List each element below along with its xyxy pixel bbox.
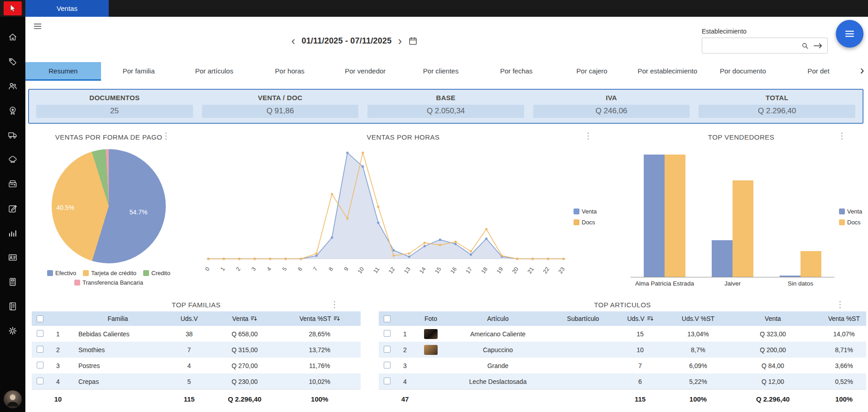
users-icon <box>8 81 18 91</box>
menu-fab[interactable] <box>836 20 863 48</box>
sidebar-item-calculator[interactable] <box>0 270 25 294</box>
sidebar-item-id-card[interactable] <box>0 245 25 270</box>
cell-articulo: Grande <box>447 362 549 369</box>
pie-value-label: 54.7% <box>130 208 148 216</box>
sidebar-item-users[interactable] <box>0 74 25 98</box>
kebab-menu-icon[interactable]: ⋮ <box>836 300 844 309</box>
header-uds-v[interactable]: Uds.V <box>617 315 663 322</box>
sidebar-item-tag[interactable] <box>0 49 25 74</box>
legend-credito[interactable]: Credito <box>143 270 170 276</box>
tab-por-familia[interactable]: Por familia <box>101 62 177 81</box>
row-checkbox[interactable] <box>37 346 43 353</box>
venta-bar[interactable] <box>712 240 733 277</box>
search-icon[interactable] <box>801 42 809 50</box>
tab-resumen[interactable]: Resumen <box>25 62 101 81</box>
row-checkbox[interactable] <box>384 330 391 337</box>
submit-arrow-icon[interactable] <box>813 42 823 50</box>
tab-por-fechas[interactable]: Por fechas <box>478 62 554 81</box>
legend-venta[interactable]: Venta <box>839 208 862 215</box>
calculator-icon <box>8 277 18 287</box>
docs-bar[interactable] <box>733 180 753 277</box>
tab-por-clientes[interactable]: Por clientes <box>403 62 479 81</box>
x-axis-label: 13 <box>403 266 411 275</box>
date-range-label[interactable]: 01/11/2025 - 07/11/2025 <box>302 36 392 46</box>
select-all-checkbox[interactable] <box>37 315 43 322</box>
kebab-menu-icon[interactable]: ⋮ <box>584 131 593 140</box>
tab-por-vendedor[interactable]: Por vendedor <box>328 62 403 81</box>
hours-chart[interactable]: 01234567891011121314151617181920212223 <box>201 145 569 294</box>
tabs-overflow-icon[interactable]: › <box>856 64 868 78</box>
legend-docs[interactable]: Docs <box>839 219 862 226</box>
legend-transferencia-bancaria[interactable]: Transferencia Bancaria <box>74 279 143 286</box>
user-avatar[interactable] <box>4 390 22 408</box>
sidebar-item-star-badge[interactable] <box>0 98 25 123</box>
kpi-iva: IVAQ 246,06 <box>529 94 694 118</box>
row-checkbox[interactable] <box>37 362 43 368</box>
row-checkbox[interactable] <box>384 362 391 368</box>
menu-icon[interactable] <box>33 21 43 33</box>
kebab-menu-icon[interactable]: ⋮ <box>162 131 170 140</box>
sort-icon[interactable] <box>647 315 653 322</box>
header-venta-pct[interactable]: Venta %ST <box>279 315 361 322</box>
prev-period-button[interactable]: ‹ <box>290 35 296 47</box>
total-uds: 115 <box>168 395 211 403</box>
tab-por-articulos[interactable]: Por artículos <box>176 62 252 81</box>
table-row: 4Leche Deslactosada65,22%Q 12,000,52% <box>379 373 866 389</box>
cell-num: 1 <box>48 330 68 338</box>
sidebar-item-home[interactable] <box>0 25 25 49</box>
sort-icon[interactable] <box>251 315 257 322</box>
row-checkbox[interactable] <box>384 346 391 353</box>
tab-por-establecimiento[interactable]: Por establecimiento <box>630 62 705 81</box>
top-articulos-table: TOP ARTICULOS ⋮ Foto Artículo Subartícul… <box>379 298 866 408</box>
sidebar-item-chef-hat[interactable] <box>0 147 25 172</box>
total-venta: Q 2.296,40 <box>211 395 279 403</box>
cell-uds-pct: 8,7% <box>663 346 733 354</box>
sidebar-item-gear[interactable] <box>0 319 25 343</box>
tab-por-cajero[interactable]: Por cajero <box>554 62 630 81</box>
content-header: ‹ 01/11/2025 - 07/11/2025 › Establecimie… <box>25 17 868 62</box>
sidebar-item-cash-register[interactable] <box>0 172 25 196</box>
row-checkbox[interactable] <box>37 378 43 384</box>
sidebar-item-notebook[interactable] <box>0 294 25 319</box>
sidebar-item-truck[interactable] <box>0 123 25 147</box>
venta-bar[interactable] <box>644 155 665 277</box>
header-subarticulo[interactable]: Subartículo <box>549 315 617 322</box>
header-articulo[interactable]: Artículo <box>447 315 549 322</box>
header-venta-pct[interactable]: Venta %ST <box>813 315 868 322</box>
next-period-button[interactable]: › <box>397 35 403 47</box>
establishment-search[interactable] <box>702 38 828 53</box>
header-venta[interactable]: Venta <box>211 315 279 322</box>
row-checkbox[interactable] <box>384 378 391 384</box>
legend-docs[interactable]: Docs <box>574 219 597 226</box>
tab-por-det[interactable]: Por det <box>781 62 856 81</box>
docs-bar[interactable] <box>800 251 821 277</box>
venta-bar[interactable] <box>780 276 800 277</box>
tab-por-horas[interactable]: Por horas <box>252 62 328 81</box>
legend-efectivo[interactable]: Efectivo <box>47 270 76 276</box>
header-uds-v[interactable]: Uds.V <box>168 315 211 322</box>
article-photo[interactable] <box>424 345 438 355</box>
header-venta[interactable]: Venta <box>733 315 813 322</box>
select-all-checkbox[interactable] <box>384 315 391 322</box>
header-foto[interactable]: Foto <box>415 315 447 322</box>
sidebar-item-compose[interactable] <box>0 196 25 221</box>
legend-tarjeta-de-credito[interactable]: Tarjeta de crédito <box>83 270 136 276</box>
docs-bar[interactable] <box>665 155 685 277</box>
kebab-menu-icon[interactable]: ⋮ <box>330 300 339 309</box>
header-uds-pct[interactable]: Uds.V %ST <box>663 315 733 322</box>
sort-icon[interactable] <box>333 315 340 322</box>
row-checkbox[interactable] <box>37 330 43 337</box>
establishment-search-input[interactable] <box>706 42 797 50</box>
vendors-bar-chart[interactable]: Alma Patricia EstradaJaiverSin datos <box>617 145 834 287</box>
header-familia[interactable]: Familia <box>68 315 168 322</box>
x-axis-label: 17 <box>464 266 473 275</box>
sidebar-item-bar-chart[interactable] <box>0 221 25 245</box>
tab-por-documento[interactable]: Por documento <box>705 62 781 81</box>
kpi-label: BASE <box>363 94 529 102</box>
kebab-menu-icon[interactable]: ⋮ <box>838 131 846 140</box>
calendar-icon[interactable] <box>408 36 418 46</box>
window-tab-ventas[interactable]: Ventas <box>25 0 109 17</box>
app-logo-button[interactable] <box>0 0 25 17</box>
legend-venta[interactable]: Venta <box>574 208 597 215</box>
article-photo[interactable] <box>424 329 438 339</box>
